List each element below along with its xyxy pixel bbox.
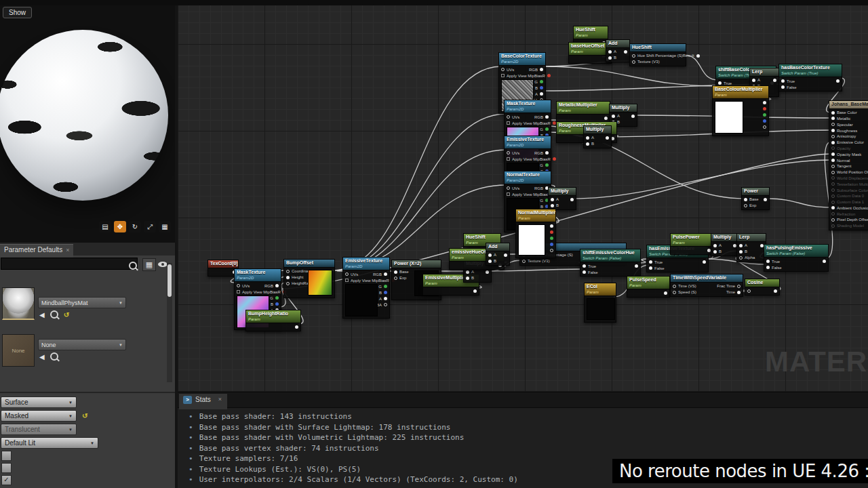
pin-pc[interactable] xyxy=(507,121,510,125)
node-header[interactable]: Cosine xyxy=(745,279,780,287)
search-input[interactable] xyxy=(1,258,138,270)
physmat-dropdown[interactable]: MindballPhysMat ▼ xyxy=(38,297,126,308)
reset-to-default-icon[interactable]: ↺ xyxy=(64,311,69,319)
pin-pw[interactable] xyxy=(744,198,747,201)
pin-pw[interactable] xyxy=(504,253,507,257)
node-pulse-speed[interactable]: PulseSpeedParam xyxy=(627,276,670,298)
color-swatch[interactable] xyxy=(715,101,743,134)
pin-pw[interactable] xyxy=(488,260,492,263)
node-bump-offset[interactable]: BumpOffsetCoordinateHeightHeightRatioInp… xyxy=(283,259,335,298)
pin-dis[interactable] xyxy=(831,176,835,180)
pin-on[interactable] xyxy=(831,159,835,162)
pin-dis[interactable] xyxy=(831,224,835,228)
pin-pw[interactable] xyxy=(570,198,574,201)
pin-ph[interactable] xyxy=(507,115,510,119)
pin-on[interactable] xyxy=(831,141,835,144)
node-johans-basemat[interactable]: Johans_BaseMatBase ColorMetallicSpecular… xyxy=(829,100,868,230)
scale-tool-icon[interactable]: ⤢ xyxy=(144,221,156,232)
pin-pg[interactable] xyxy=(545,127,549,131)
node-header[interactable]: Add xyxy=(606,39,630,47)
node-base-colour-multiplier[interactable]: BaseColourMultiplierParam xyxy=(712,85,769,136)
node-header[interactable]: MaskTextureParam2D xyxy=(504,100,551,113)
pin-pw[interactable] xyxy=(586,142,589,146)
pin-pb[interactable] xyxy=(384,291,387,294)
material-checkbox-1[interactable] xyxy=(1,451,12,461)
pin-pw[interactable] xyxy=(550,224,553,228)
pin-ph[interactable] xyxy=(384,303,387,306)
pin-pw[interactable] xyxy=(286,276,290,279)
pin-pw[interactable] xyxy=(466,270,469,274)
pin-dis[interactable] xyxy=(831,201,835,204)
node-header[interactable]: Add xyxy=(486,243,510,251)
node-header[interactable]: TexCoord[0] xyxy=(208,260,239,268)
node-multiply-pulse[interactable]: MultiplyAB xyxy=(711,233,739,256)
pin-pw[interactable] xyxy=(649,260,652,264)
pin-pw[interactable] xyxy=(466,277,469,280)
pin-pw[interactable] xyxy=(836,79,840,83)
node-header[interactable]: BaseColourMultiplierParam xyxy=(712,85,769,98)
pin-ph[interactable] xyxy=(744,204,747,207)
pin-pg[interactable] xyxy=(763,113,766,117)
pin-pc[interactable] xyxy=(501,74,505,77)
pin-pb[interactable] xyxy=(763,119,766,123)
pin-pr[interactable] xyxy=(547,74,551,77)
node-time-with-speed-variable[interactable]: TimeWithSpeedVariableTime (VS)Frac TimeS… xyxy=(670,274,743,297)
pin-ph[interactable] xyxy=(507,151,510,155)
pin-ph[interactable] xyxy=(345,272,349,276)
node-header[interactable]: Multiply xyxy=(583,125,612,134)
pin-pw[interactable] xyxy=(781,85,785,89)
pin-pw[interactable] xyxy=(295,325,298,329)
browse-to-asset-icon[interactable] xyxy=(50,310,58,319)
pin-pw[interactable] xyxy=(649,266,652,270)
pin-ph[interactable] xyxy=(501,68,505,71)
pin-pc[interactable] xyxy=(345,279,349,282)
preview-viewport[interactable]: Show ▤✥↻⤢▦ xyxy=(0,5,175,243)
pin-pg[interactable] xyxy=(545,163,549,167)
color-swatch[interactable] xyxy=(518,224,545,256)
material-checkbox-2[interactable] xyxy=(1,463,12,473)
node-header[interactable]: HueShift xyxy=(629,43,686,52)
node-header[interactable]: Lerp xyxy=(736,233,766,241)
pin-pw[interactable] xyxy=(781,79,785,83)
pin-dis[interactable] xyxy=(831,182,835,186)
node-header[interactable]: PulseSpeedParam xyxy=(627,276,670,289)
node-bump-height-ratio[interactable]: BumpHeightRatioParam xyxy=(245,310,301,331)
rotate-tool-icon[interactable]: ↻ xyxy=(129,221,141,232)
pin-pg[interactable] xyxy=(275,296,279,300)
physmat-thumbnail[interactable] xyxy=(2,287,35,320)
node-header[interactable]: hasPulsingEmissiveSwitch Param (False) xyxy=(764,244,829,257)
node-header[interactable]: Multiply xyxy=(609,104,637,112)
none-dropdown[interactable]: None ▼ xyxy=(38,339,126,350)
pin-pw[interactable] xyxy=(551,198,554,201)
tab-stats[interactable]: > Stats × xyxy=(179,394,227,409)
node-shift-emissive-color-hue[interactable]: shiftEmissiveColorHueSwitch Param (False… xyxy=(580,249,641,277)
pin-off[interactable] xyxy=(831,123,835,126)
pin-pw[interactable] xyxy=(624,50,627,54)
node-metallic-multiplier[interactable]: MetallicMultiplierParam xyxy=(556,101,610,123)
node-has-basecolor-texture[interactable]: hasBaseColorTextureSwitch Param (True)Tr… xyxy=(778,64,842,92)
pin-pw[interactable] xyxy=(586,136,589,140)
pin-pw[interactable] xyxy=(713,250,717,253)
color-swatch[interactable] xyxy=(587,298,615,320)
pin-pw[interactable] xyxy=(764,198,767,201)
node-header[interactable]: Johans_BaseMat xyxy=(829,100,868,108)
pin-pr[interactable] xyxy=(763,107,766,110)
pin-pw[interactable] xyxy=(737,291,741,294)
node-header[interactable]: MaskTextureParam2D xyxy=(234,268,281,281)
node-cosine[interactable]: Cosine xyxy=(745,279,780,296)
pin-ph[interactable] xyxy=(632,60,635,64)
pin-pw[interactable] xyxy=(384,272,387,276)
node-header[interactable]: NormalTextureParam2D xyxy=(504,171,551,184)
pin-on[interactable] xyxy=(831,152,835,156)
pin-ph[interactable] xyxy=(237,284,240,287)
node-normal-multiplier[interactable]: NormalMultiplierParam xyxy=(515,209,556,258)
pin-pw[interactable] xyxy=(540,68,543,71)
node-header[interactable]: NormalMultiplierParam xyxy=(515,209,556,222)
node-header[interactable]: PulsePowerParam xyxy=(670,233,713,246)
pin-dis[interactable] xyxy=(831,188,835,192)
pin-ph[interactable] xyxy=(673,291,676,294)
pin-pw[interactable] xyxy=(545,115,549,119)
node-pulse-power[interactable]: PulsePowerParam xyxy=(670,233,713,255)
pin-pg[interactable] xyxy=(550,237,553,240)
pin-pw[interactable] xyxy=(612,115,615,118)
